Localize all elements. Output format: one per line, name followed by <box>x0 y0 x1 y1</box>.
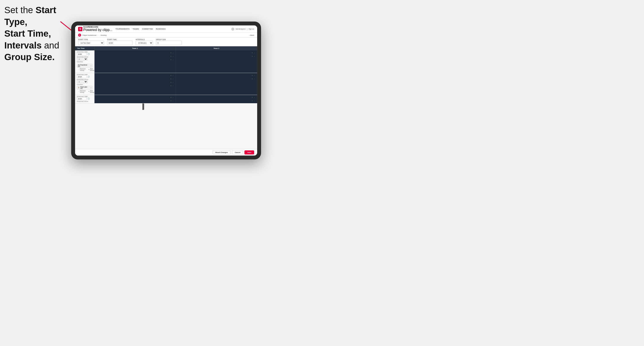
course-value-2: East Lake GC <box>80 86 90 89</box>
starting-time-value-3: 🕐 <box>77 97 92 100</box>
tee-time-row-1: STARTING TIME: 🕐 STARTING HOLE: 1 COURSE… <box>75 50 257 73</box>
player-edit-btn[interactable]: ○ <box>254 78 255 80</box>
starting-time-value-1: 🕐 <box>77 53 92 56</box>
player-x-btn[interactable]: ✕ <box>170 55 172 57</box>
save-button[interactable]: Save <box>244 150 254 155</box>
player-x-btn[interactable]: ✕ <box>252 97 253 98</box>
reset-changes-button[interactable]: Reset Changes <box>212 150 231 155</box>
course-value-1: (A) Peachtree GC <box>78 64 90 67</box>
starting-hole-value-2: 1 <box>77 80 92 83</box>
course-remove-2[interactable]: × <box>90 87 92 89</box>
player-actions-2-t1-2: ✕ ○ <box>170 78 174 80</box>
sub-header: C Clippd Invitational... › Hosting Back <box>75 33 257 38</box>
player-row-2-t1-1: ✕ ○ <box>96 74 174 77</box>
th-team1: Team 1 <box>94 46 176 50</box>
add-group-btn-2[interactable]: Add Group <box>88 90 95 93</box>
starting-hole-value-1: 1 <box>77 57 92 61</box>
player-x-btn[interactable]: ✕ <box>252 78 253 80</box>
navbar: S SCOREBOARD Powered by clipp... TOURNAM… <box>75 25 257 33</box>
player-edit-btn[interactable]: ○ <box>172 85 174 87</box>
player-edit-btn[interactable]: ○ <box>172 59 174 61</box>
player-x-btn[interactable]: ✕ <box>170 59 172 61</box>
tee-time-row-2: STARTING TIME: 🕐 STARTING HOLE: 1 COURSE… <box>75 73 257 95</box>
remove-group-btn-1[interactable]: Remove Group <box>78 68 86 71</box>
tournament-name: Clippd Invitational... <box>82 34 98 36</box>
table-header: Tee Time Team 1 Team 2 <box>75 46 257 50</box>
player-x-btn[interactable]: ✕ <box>170 97 172 98</box>
player-row-1-t2-1: ✕ ○ <box>177 51 256 54</box>
player-edit-btn[interactable]: ○ <box>254 100 255 102</box>
player-edit-btn[interactable]: ○ <box>254 97 255 98</box>
team2-cell-2: ✕ ○ ✕ ○ <box>176 73 257 95</box>
group-section-1: STARTING TIME: 🕐 STARTING HOLE: 1 COURSE… <box>75 50 257 73</box>
user-email: blair@clippd.io <box>236 28 246 30</box>
starting-time-input-3[interactable] <box>77 97 86 100</box>
player-edit-btn[interactable]: ○ <box>172 78 174 80</box>
start-time-label: Start Time <box>107 39 133 40</box>
course-remove-1[interactable]: × <box>90 65 92 67</box>
player-x-btn[interactable]: ✕ <box>170 75 172 76</box>
group-size-input[interactable] <box>156 41 182 45</box>
course-label-1: COURSE: <box>77 61 92 62</box>
player-x-btn[interactable]: ✕ <box>252 75 253 76</box>
tee-time-cell-1: STARTING TIME: 🕐 STARTING HOLE: 1 COURSE… <box>75 50 94 73</box>
player-actions-3-t2-2: ✕ ○ <box>252 100 255 102</box>
clock-icon-3: 🕐 <box>88 98 90 100</box>
player-x-btn[interactable]: ✕ <box>170 100 172 102</box>
player-row-3-t1-1: ✕ ○ <box>96 96 174 99</box>
group-size-label: Group Size <box>156 39 182 40</box>
player-edit-btn[interactable]: ○ <box>172 100 174 102</box>
remove-group-btn-2[interactable]: Remove Group <box>78 90 86 93</box>
player-actions-2-t2-2: ✕ ○ <box>252 78 255 80</box>
player-x-btn[interactable]: ✕ <box>170 78 172 80</box>
cancel-button[interactable]: Cancel <box>232 150 243 155</box>
tablet-frame: S SCOREBOARD Powered by clipp... TOURNAM… <box>71 21 261 160</box>
player-edit-btn[interactable]: ○ <box>172 55 174 57</box>
tee-time-cell-3: STARTING TIME: 🕐 STARTING HOLE: <box>75 95 94 103</box>
player-edit-btn[interactable]: ○ <box>172 97 174 98</box>
main-content[interactable]: STARTING TIME: 🕐 STARTING HOLE: 1 COURSE… <box>75 50 257 149</box>
tee-time-row-3: STARTING TIME: 🕐 STARTING HOLE: ✕ ○ <box>75 95 257 103</box>
player-edit-btn[interactable]: ○ <box>254 75 255 76</box>
back-button[interactable]: Back <box>249 34 254 36</box>
team1-cell-2: ✕ ○ ✕ ○ ✕ <box>94 73 176 95</box>
nav-teams[interactable]: TEAMS <box>133 27 139 30</box>
start-type-select[interactable]: 1st Tee Start <box>78 41 104 45</box>
breadcrumb-separator: › <box>99 34 100 36</box>
add-group-btn-1[interactable]: Add Group <box>88 68 95 71</box>
player-row-1-t2-2: ✕ ○ <box>177 55 256 58</box>
intervals-field: Intervals 10 Minutes <box>136 39 153 45</box>
group-section-3: STARTING TIME: 🕐 STARTING HOLE: ✕ ○ <box>75 95 257 103</box>
player-edit-btn[interactable]: ○ <box>254 55 255 57</box>
player-edit-btn[interactable]: ○ <box>172 52 174 54</box>
config-row: Start Type 1st Tee Start Start Time Inte… <box>75 38 257 46</box>
player-edit-btn[interactable]: ○ <box>172 81 174 83</box>
player-x-btn[interactable]: ✕ <box>252 100 253 102</box>
start-type-field: Start Type 1st Tee Start <box>78 39 104 45</box>
starting-time-input-1[interactable] <box>77 53 86 56</box>
separator: | <box>247 28 247 30</box>
player-row-3-t2-1: ✕ ○ <box>177 96 256 99</box>
player-x-btn[interactable]: ✕ <box>170 52 172 54</box>
player-x-btn[interactable]: ✕ <box>170 85 172 87</box>
sign-out-link[interactable]: Sign out <box>248 28 254 30</box>
starting-hole-label-3: STARTING HOLE: <box>77 101 92 102</box>
nav-rankings[interactable]: RANKINGS <box>156 27 166 30</box>
start-time-input[interactable] <box>107 41 133 45</box>
starting-time-input-2[interactable] <box>77 75 86 78</box>
starting-hole-select-2[interactable]: 1 <box>77 80 88 83</box>
player-row-2-t1-3: ✕ ○ <box>96 81 174 84</box>
player-row-1-t1-1: ✕ ○ <box>96 51 174 54</box>
player-x-btn[interactable]: ✕ <box>252 52 253 54</box>
player-x-btn[interactable]: ✕ <box>252 55 253 57</box>
intervals-select[interactable]: 10 Minutes <box>136 41 153 45</box>
nav-tournaments[interactable]: TOURNAMENTS <box>116 27 130 30</box>
nav-links: TOURNAMENTS TEAMS COMMITTEE RANKINGS <box>116 27 231 30</box>
player-edit-btn[interactable]: ○ <box>254 52 255 54</box>
nav-committee[interactable]: COMMITTEE <box>142 27 153 30</box>
player-edit-btn[interactable]: ○ <box>172 75 174 76</box>
course-tag-1: (A) Peachtree GC × <box>77 64 92 68</box>
team1-cell-3: ✕ ○ ✕ ○ <box>94 95 176 103</box>
player-x-btn[interactable]: ✕ <box>170 81 172 83</box>
starting-hole-select-1[interactable]: 1 <box>77 57 88 61</box>
